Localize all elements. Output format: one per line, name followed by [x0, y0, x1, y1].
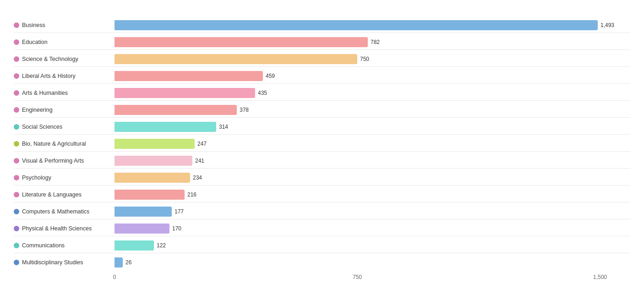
bar-row: Bio, Nature & Agricultural247 [14, 136, 630, 152]
bar-value: 378 [240, 107, 249, 113]
label-dot [14, 124, 19, 130]
bar-row: Education782 [14, 34, 630, 50]
label-dot [14, 141, 19, 147]
bar-container: 1,493 [115, 20, 630, 30]
bar-container: 782 [115, 37, 630, 47]
x-tick: 1,500 [593, 274, 607, 280]
bar-fill [115, 240, 154, 251]
bar-value: 216 [187, 191, 196, 198]
bar-fill [115, 257, 123, 267]
bar-row: Psychology234 [14, 170, 630, 185]
label-text: Literature & Languages [22, 191, 82, 198]
bar-label: Business [14, 22, 115, 28]
bar-fill [115, 20, 598, 30]
bar-fill [115, 88, 255, 98]
label-text: Psychology [22, 174, 51, 181]
bar-value: 1,493 [600, 22, 614, 28]
label-text: Physical & Health Sciences [22, 225, 92, 232]
bar-value: 782 [371, 39, 380, 45]
bar-value: 750 [360, 56, 369, 62]
bar-fill [115, 105, 237, 115]
bar-value: 247 [197, 141, 207, 147]
bar-fill [115, 173, 190, 183]
chart-container: Business1,493Education782Science & Techn… [14, 9, 630, 283]
x-tick: 0 [113, 274, 116, 280]
bar-label: Communications [14, 242, 115, 249]
bar-row: Liberal Arts & History459 [14, 68, 630, 84]
label-dot [14, 243, 19, 248]
bar-row: Business1,493 [14, 17, 630, 33]
bar-fill [115, 190, 185, 200]
bar-label: Liberal Arts & History [14, 73, 115, 79]
bar-value: 177 [175, 208, 184, 215]
bar-label: Engineering [14, 107, 115, 113]
bar-label: Education [14, 39, 115, 45]
bar-row: Multidisciplinary Studies26 [14, 255, 630, 270]
bar-row: Social Sciences314 [14, 119, 630, 135]
bar-label: Literature & Languages [14, 191, 115, 198]
bar-row: Arts & Humanities435 [14, 85, 630, 101]
bar-label: Physical & Health Sciences [14, 225, 115, 232]
label-text: Science & Technology [22, 56, 78, 62]
bar-value: 241 [195, 158, 204, 164]
bar-fill [115, 37, 368, 47]
label-dot [14, 158, 19, 164]
bar-row: Engineering378 [14, 102, 630, 118]
chart-area: Business1,493Education782Science & Techn… [14, 17, 630, 270]
bar-row: Computers & Mathematics177 [14, 204, 630, 219]
label-dot [14, 175, 19, 180]
bar-row: Communications122 [14, 238, 630, 253]
bar-container: 234 [115, 173, 630, 183]
bar-value: 170 [172, 225, 181, 232]
bar-label: Visual & Performing Arts [14, 158, 115, 164]
bar-label: Computers & Mathematics [14, 208, 115, 215]
bar-fill [115, 54, 357, 64]
bar-container: 314 [115, 122, 630, 132]
label-text: Multidisciplinary Studies [22, 259, 83, 266]
bar-label: Arts & Humanities [14, 90, 115, 96]
bar-container: 216 [115, 190, 630, 200]
label-text: Visual & Performing Arts [22, 158, 84, 164]
bar-label: Science & Technology [14, 56, 115, 62]
label-dot [14, 22, 19, 28]
bar-fill [115, 71, 263, 81]
bar-container: 177 [115, 207, 630, 217]
bar-container: 122 [115, 240, 630, 251]
bar-container: 247 [115, 139, 630, 149]
bar-row: Literature & Languages216 [14, 187, 630, 202]
label-dot [14, 90, 19, 96]
label-dot [14, 107, 19, 113]
bar-container: 170 [115, 224, 630, 234]
bar-container: 241 [115, 156, 630, 166]
bar-value: 314 [219, 124, 228, 130]
bar-value: 26 [126, 259, 131, 266]
bar-fill [115, 139, 195, 149]
label-dot [14, 226, 19, 231]
bar-container: 378 [115, 105, 630, 115]
bar-container: 750 [115, 54, 630, 64]
x-tick: 750 [353, 274, 362, 280]
label-dot [14, 192, 19, 197]
bar-label: Psychology [14, 174, 115, 181]
label-dot [14, 73, 19, 79]
bar-fill [115, 224, 169, 234]
bar-fill [115, 156, 192, 166]
label-text: Social Sciences [22, 124, 62, 130]
label-dot [14, 39, 19, 45]
bar-row: Physical & Health Sciences170 [14, 221, 630, 236]
bar-container: 435 [115, 88, 630, 98]
bar-fill [115, 207, 172, 217]
bar-value: 435 [258, 90, 267, 96]
label-dot [14, 209, 19, 214]
bar-label: Multidisciplinary Studies [14, 259, 115, 266]
label-text: Bio, Nature & Agricultural [22, 141, 86, 147]
bar-label: Social Sciences [14, 124, 115, 130]
label-text: Engineering [22, 107, 53, 113]
bar-value: 234 [193, 174, 202, 181]
bar-value: 459 [266, 73, 275, 79]
bar-fill [115, 122, 216, 132]
x-axis: 07501,500 [115, 274, 630, 283]
label-text: Liberal Arts & History [22, 73, 76, 79]
bar-value: 122 [157, 242, 166, 249]
label-dot [14, 260, 19, 265]
